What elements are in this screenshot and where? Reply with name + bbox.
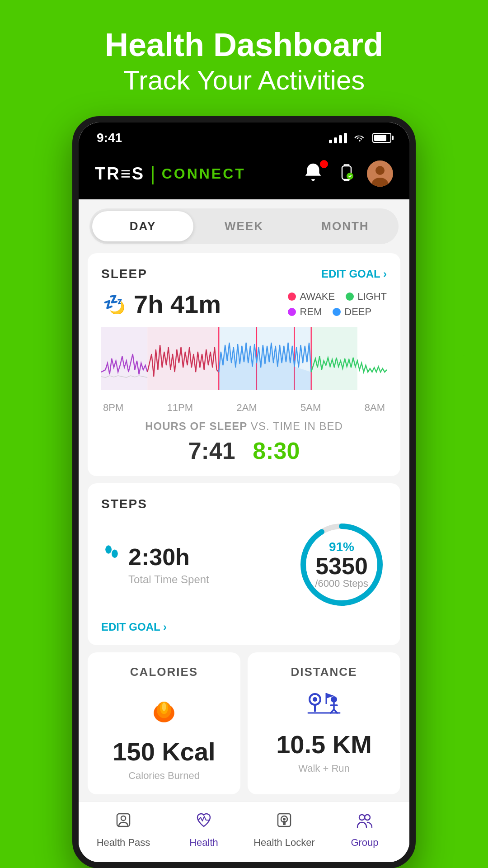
light-label: LIGHT	[357, 291, 387, 302]
steps-card: STEPS 2:30h	[88, 483, 400, 645]
chart-labels: 8PM 11PM 2AM 5AM 8AM	[101, 402, 387, 414]
steps-left: 2:30h Total Time Spent	[101, 543, 209, 586]
sleep-card: SLEEP EDIT GOAL › 💤 🌙 7h 41m	[88, 253, 400, 476]
svg-point-3	[375, 166, 385, 175]
app-header: TR≡S | CONNECT	[79, 150, 409, 199]
sleep-duration: 7h 41m	[134, 289, 221, 319]
svg-rect-35	[283, 821, 286, 825]
rem-label: REM	[300, 306, 322, 318]
sleep-vs-label: HOURS OF SLEEP VS. TIME IN BED	[101, 420, 387, 433]
page-header: Health Dashboard Track Your Activities	[87, 0, 401, 116]
sleep-time: 💤 🌙 7h 41m	[101, 288, 221, 320]
svg-rect-7	[101, 327, 147, 390]
chart-label-8pm: 8PM	[103, 402, 123, 414]
tab-month[interactable]: MONTH	[295, 211, 396, 241]
calories-title: CALORIES	[99, 665, 230, 679]
sleep-edit-goal[interactable]: EDIT GOAL ›	[321, 268, 387, 280]
steps-title: STEPS	[101, 497, 387, 511]
notification-badge	[320, 160, 328, 168]
chart-label-8am: 8AM	[365, 402, 385, 414]
sleep-title: SLEEP	[101, 267, 147, 281]
nav-group[interactable]: Group	[324, 811, 405, 849]
steps-ring-container: 91% 5350 /6000 Steps	[296, 519, 387, 610]
svg-point-16	[105, 545, 112, 553]
chart-label-5am: 5AM	[300, 402, 321, 414]
nav-health-pass[interactable]: Health Pass	[83, 811, 164, 849]
distance-sub: Walk + Run	[258, 763, 389, 774]
tab-selector: DAY WEEK MONTH	[89, 208, 399, 244]
calories-card: CALORIES 150 Kcal Calories Burned	[88, 652, 240, 794]
bell-icon[interactable]	[303, 162, 326, 185]
sleep-main: 💤 🌙 7h 41m AWAKE	[101, 288, 387, 320]
svg-point-17	[112, 549, 118, 557]
page-title: Health Dashboard	[105, 27, 383, 63]
health-locker-label: Health Locker	[253, 837, 315, 849]
calories-sub: Calories Burned	[99, 770, 230, 782]
svg-point-27	[331, 696, 337, 703]
sleep-legend: AWAKE LIGHT REM	[288, 291, 387, 318]
status-bar: 9:41	[79, 123, 409, 150]
svg-rect-10	[311, 327, 357, 390]
health-label: Health	[189, 837, 218, 849]
battery-icon	[372, 133, 391, 143]
sleep-icon: 💤 🌙	[101, 288, 127, 320]
sleep-bed: 8:30	[253, 438, 300, 464]
sleep-actual: 7:41	[188, 438, 235, 464]
avatar[interactable]	[367, 160, 393, 187]
nav-health-locker[interactable]: Health Locker	[244, 811, 324, 849]
chart-label-11pm: 11PM	[167, 402, 193, 414]
chart-label-2am: 2AM	[236, 402, 257, 414]
svg-point-23	[162, 703, 166, 711]
steps-center: 91% 5350 /6000 Steps	[315, 540, 368, 590]
status-icons	[329, 131, 391, 145]
logo-tres: TR≡S	[95, 164, 145, 184]
awake-label: AWAKE	[300, 291, 335, 302]
nav-health[interactable]: Health	[164, 811, 244, 849]
time-display: 9:41	[97, 131, 122, 145]
health-locker-icon	[275, 811, 293, 833]
svg-point-31	[121, 816, 126, 821]
health-pass-icon	[114, 811, 132, 833]
distance-icon	[258, 687, 389, 723]
group-label: Group	[351, 837, 378, 849]
svg-point-25	[313, 697, 317, 702]
steps-percent: 91%	[315, 540, 368, 554]
steps-inner: 2:30h Total Time Spent	[101, 519, 387, 610]
header-icons	[303, 160, 393, 187]
calories-value: 150 Kcal	[99, 737, 230, 766]
group-icon	[356, 811, 374, 833]
distance-title: DISTANCE	[258, 665, 389, 679]
health-icon	[195, 811, 213, 833]
sleep-chart	[101, 327, 387, 399]
tab-day[interactable]: DAY	[92, 211, 193, 241]
distance-value: 10.5 KM	[258, 730, 389, 759]
phone-frame: 9:41	[72, 116, 416, 868]
health-pass-label: Health Pass	[97, 837, 150, 849]
phone-content: DAY WEEK MONTH SLEEP EDIT GOAL ›	[79, 199, 409, 862]
steps-edit-goal[interactable]: EDIT GOAL ›	[101, 621, 387, 633]
steps-count: 5350	[315, 554, 368, 578]
watch-icon	[335, 161, 358, 186]
app-logo: TR≡S | CONNECT	[95, 162, 246, 185]
steps-goal: /6000 Steps	[315, 578, 368, 590]
wifi-icon	[353, 131, 366, 145]
sleep-header: SLEEP EDIT GOAL ›	[101, 267, 387, 281]
distance-card: DISTANCE	[248, 652, 400, 794]
svg-point-34	[283, 818, 286, 821]
calories-icon	[99, 687, 230, 731]
signal-icon	[329, 132, 347, 143]
logo-connect: CONNECT	[162, 165, 246, 182]
svg-point-36	[359, 815, 365, 820]
deep-label: DEEP	[344, 306, 371, 318]
steps-icon	[101, 544, 122, 570]
svg-rect-8	[147, 327, 219, 390]
bottom-nav: Health Pass Health	[79, 802, 409, 862]
steps-time: 2:30h	[101, 543, 209, 571]
steps-subtitle: Total Time Spent	[128, 573, 209, 586]
tab-week[interactable]: WEEK	[193, 211, 295, 241]
svg-point-37	[365, 815, 370, 820]
steps-duration: 2:30h	[128, 543, 190, 571]
page-subtitle: Track Your Activities	[105, 63, 383, 98]
logo-separator: |	[150, 162, 156, 185]
bottom-row: CALORIES 150 Kcal Calories Burned	[88, 652, 400, 794]
